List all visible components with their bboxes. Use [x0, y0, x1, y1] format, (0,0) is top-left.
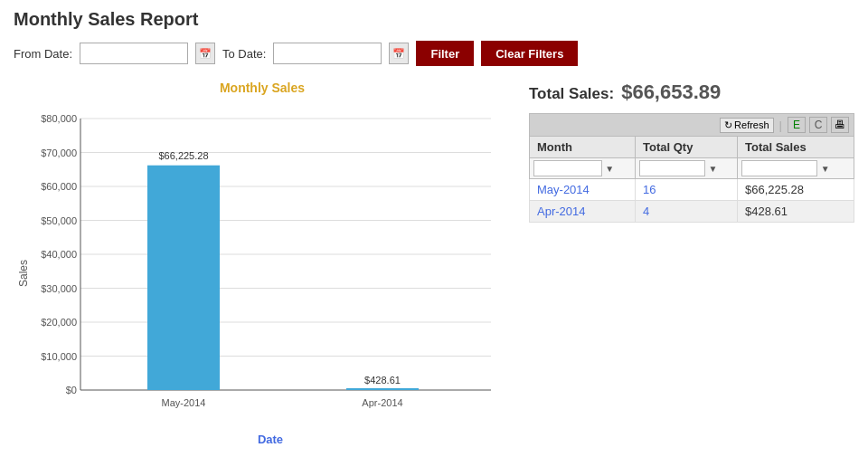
toolbar-separator: | [779, 119, 782, 132]
col-header-sales: Total Sales [738, 137, 854, 158]
filter-sales-icon[interactable]: ▼ [821, 164, 830, 174]
row-sales-cell: $66,225.28 [738, 179, 854, 201]
refresh-icon: ↻ [724, 119, 732, 131]
col-header-qty: Total Qty [636, 137, 738, 158]
filter-month-input[interactable] [533, 160, 602, 176]
svg-text:$70,000: $70,000 [41, 148, 77, 158]
to-date-calendar-button[interactable]: 📅 [389, 43, 409, 64]
row-sales-cell: $428.61 [738, 201, 854, 223]
svg-text:May-2014: May-2014 [162, 397, 206, 408]
bar-chart: $80,000 $70,000 $60,000 $50,000 $40,000 … [30, 100, 500, 426]
clear-filters-button[interactable]: Clear Filters [481, 41, 578, 66]
to-date-input[interactable] [273, 43, 382, 64]
filter-qty-icon[interactable]: ▼ [708, 164, 717, 174]
from-date-calendar-button[interactable]: 📅 [195, 43, 215, 64]
from-date-input[interactable] [80, 43, 188, 64]
filter-button[interactable]: Filter [416, 41, 474, 66]
grid-filter-row: ▼ ▼ ▼ [530, 158, 854, 179]
export-excel-button[interactable]: E [788, 117, 806, 133]
filter-sales-input[interactable] [741, 160, 817, 176]
svg-text:$40,000: $40,000 [41, 249, 77, 260]
table-row: Apr-20144$428.61 [530, 201, 854, 223]
chart-title: Monthly Sales [14, 81, 511, 95]
svg-text:$80,000: $80,000 [41, 113, 77, 124]
export-csv-button[interactable]: C [809, 117, 827, 133]
total-sales-row: Total Sales: $66,653.89 [529, 81, 854, 104]
col-header-month: Month [530, 137, 636, 158]
table-row: May-201416$66,225.28 [530, 179, 854, 201]
y-axis-label: Sales [14, 100, 30, 446]
svg-text:$428.61: $428.61 [364, 375, 401, 386]
print-button[interactable]: 🖶 [831, 117, 849, 133]
filter-month-icon[interactable]: ▼ [605, 164, 614, 174]
export-excel-icon: E [793, 119, 800, 131]
right-panel: Total Sales: $66,653.89 ↻ Refresh | E C … [529, 81, 854, 446]
svg-text:$50,000: $50,000 [41, 215, 77, 226]
svg-text:$30,000: $30,000 [41, 283, 77, 294]
filter-qty-input[interactable] [639, 160, 705, 176]
row-month-link[interactable]: May-2014 [537, 183, 590, 196]
row-qty-link[interactable]: 16 [643, 183, 656, 196]
svg-text:$60,000: $60,000 [41, 181, 77, 192]
total-sales-value: $66,653.89 [621, 81, 721, 104]
grid-header-row: Month Total Qty Total Sales [530, 137, 854, 158]
to-date-label: To Date: [222, 47, 266, 61]
svg-text:$10,000: $10,000 [41, 351, 77, 362]
filter-bar: From Date: 📅 To Date: 📅 Filter Clear Fil… [14, 41, 854, 66]
bar-apr-2014 [346, 388, 419, 390]
refresh-label: Refresh [734, 119, 769, 130]
x-axis-label: Date [30, 433, 511, 446]
chart-section: Monthly Sales Sales $80,000 $70,000 $60,… [14, 81, 511, 446]
chart-inner: $80,000 $70,000 $60,000 $50,000 $40,000 … [30, 100, 511, 446]
row-qty-link[interactable]: 4 [643, 205, 649, 218]
svg-text:Apr-2014: Apr-2014 [362, 397, 402, 408]
data-grid: Month Total Qty Total Sales ▼ ▼ [529, 136, 854, 223]
bar-may-2014 [147, 166, 220, 390]
from-date-label: From Date: [14, 47, 72, 61]
row-month-link[interactable]: Apr-2014 [537, 205, 585, 218]
svg-text:$0: $0 [66, 385, 77, 395]
export-csv-icon: C [815, 119, 823, 131]
svg-text:$20,000: $20,000 [41, 317, 77, 328]
print-icon: 🖶 [835, 119, 845, 131]
y-axis: $80,000 $70,000 $60,000 $50,000 $40,000 … [41, 113, 491, 395]
total-sales-label: Total Sales: [529, 85, 614, 103]
grid-toolbar: ↻ Refresh | E C 🖶 [529, 113, 854, 136]
refresh-button[interactable]: ↻ Refresh [720, 118, 774, 133]
main-content: Monthly Sales Sales $80,000 $70,000 $60,… [14, 81, 854, 446]
page-title: Monthly Sales Report [14, 9, 854, 30]
svg-text:$66,225.28: $66,225.28 [158, 150, 208, 161]
